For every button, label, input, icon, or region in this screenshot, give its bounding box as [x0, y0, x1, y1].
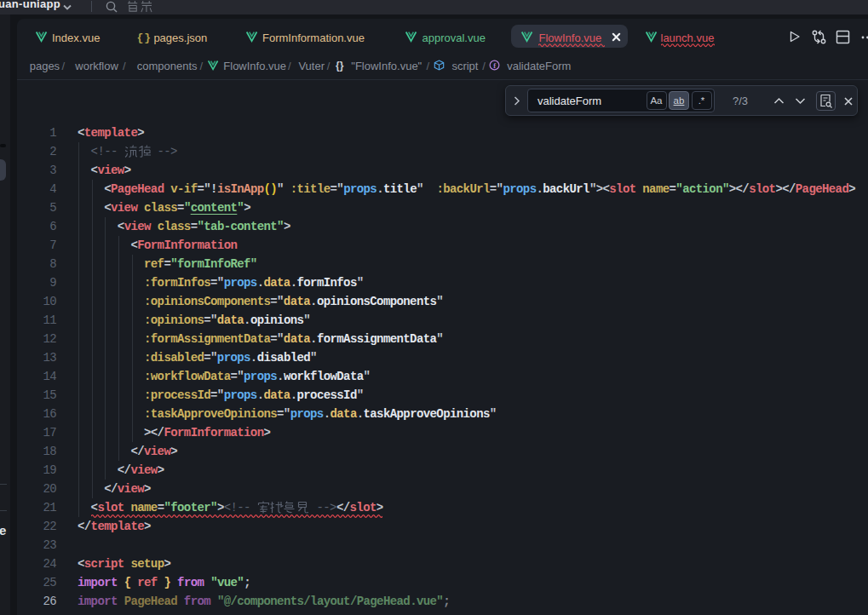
- svg-text:f: f: [493, 61, 496, 69]
